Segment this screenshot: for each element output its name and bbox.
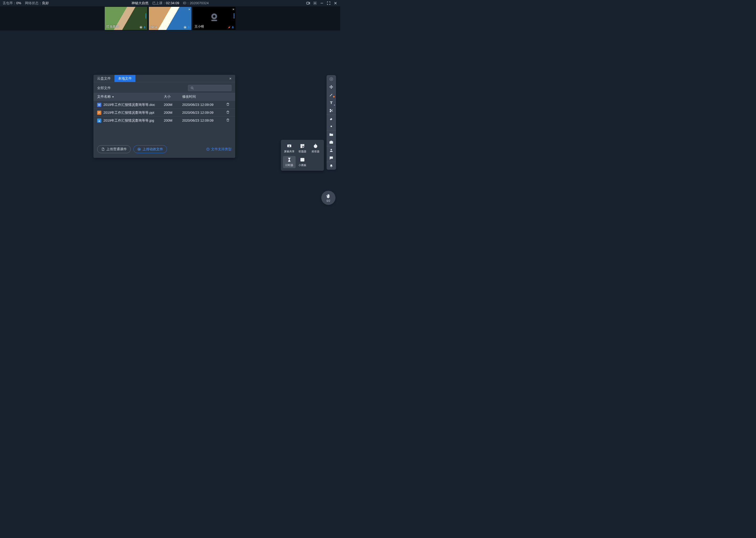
- tool-screen-share[interactable]: 屏幕共享: [283, 142, 296, 154]
- camera-tile[interactable]: × Nina: [149, 7, 191, 30]
- file-name: 2019年工作汇报情况查询等等.doc: [103, 103, 155, 107]
- class-id: ID：2020070324: [183, 1, 209, 6]
- file-type-help-link[interactable]: 文件支持类型: [206, 147, 231, 152]
- svg-point-17: [191, 87, 193, 89]
- svg-point-31: [332, 157, 332, 158]
- network-status: 网络状态：良好: [25, 1, 49, 6]
- svg-point-24: [330, 109, 331, 110]
- camera-off-icon: [209, 11, 220, 23]
- chat-tool[interactable]: [327, 154, 336, 162]
- file-name: 2019年工作汇报情况查询等等.ppt: [103, 111, 154, 115]
- play-circle-icon: [137, 147, 141, 151]
- file-row[interactable]: W2019年工作汇报情况查询等等.doc 200M 2020/06/23 12:…: [93, 101, 235, 108]
- file-scope-label: 全部文件: [97, 86, 185, 90]
- upload-animation-button[interactable]: 上传动效文件: [133, 145, 167, 153]
- teaching-tools-popup: 屏幕共享 答题器 抢答器 计时器 2+3 小黑板: [281, 140, 324, 171]
- upload-normal-button[interactable]: 上传普通课件: [97, 145, 131, 153]
- text-tool[interactable]: [327, 99, 336, 107]
- participant-cameras: 叮当老师 × Nina × 王小明: [0, 6, 340, 30]
- tool-mini-board[interactable]: 2+3 小黑板: [296, 156, 309, 168]
- fullscreen-icon[interactable]: [327, 1, 331, 5]
- scissors-tool[interactable]: [327, 107, 336, 115]
- file-date: 2020/06/23 12:09:09: [182, 119, 224, 123]
- folder-tool[interactable]: [327, 130, 336, 138]
- col-header-date[interactable]: 修改时间: [182, 94, 224, 99]
- svg-text:2+3: 2+3: [301, 159, 304, 161]
- file-search-input[interactable]: [188, 85, 231, 91]
- tool-timer[interactable]: 计时器: [283, 156, 296, 168]
- svg-point-1: [314, 3, 315, 4]
- svg-point-22: [208, 148, 208, 149]
- minimize-icon[interactable]: [320, 1, 324, 5]
- pen-tool[interactable]: [327, 91, 336, 99]
- record-icon[interactable]: [306, 1, 310, 5]
- camera-tile[interactable]: 叮当老师: [105, 7, 147, 30]
- sort-caret-icon: ▼: [112, 96, 114, 98]
- laser-tool[interactable]: [327, 75, 336, 83]
- file-row[interactable]: ▲2019年工作汇报情况查询等等.jpg 200M 2020/06/23 12:…: [93, 116, 235, 124]
- camera-close-icon[interactable]: ×: [188, 7, 190, 11]
- svg-point-23: [331, 79, 332, 80]
- search-icon: [190, 86, 194, 90]
- file-delete-icon[interactable]: [224, 118, 231, 123]
- svg-rect-16: [233, 26, 233, 28]
- file-name: 2019年工作汇报情况查询等等.jpg: [103, 119, 154, 123]
- file-delete-icon[interactable]: [224, 110, 231, 115]
- file-size: 200M: [164, 111, 182, 115]
- svg-point-5: [140, 27, 142, 28]
- whiteboard-toolbar: [327, 75, 336, 170]
- participant-name: 叮当老师: [106, 25, 119, 29]
- svg-point-12: [213, 15, 215, 18]
- hand-count: 0/2: [327, 199, 330, 202]
- eraser-tool[interactable]: [327, 115, 336, 123]
- file-row[interactable]: P2019年工作汇报情况查询等等.ppt 200M 2020/06/23 12:…: [93, 108, 235, 116]
- tab-local-files[interactable]: 本地文件: [115, 75, 135, 82]
- user-tool[interactable]: [327, 146, 336, 154]
- file-date: 2020/06/23 12:09:09: [182, 111, 224, 115]
- class-duration: 已上课：02:34:09: [152, 1, 179, 6]
- document-icon: [101, 147, 105, 151]
- tool-answer[interactable]: 答题器: [296, 142, 309, 154]
- dialog-close-icon[interactable]: ×: [225, 76, 235, 81]
- packet-loss: 丢包率：0%: [3, 1, 21, 6]
- col-header-name[interactable]: 文件名称▼: [97, 94, 164, 99]
- img-file-icon: ▲: [97, 119, 101, 123]
- svg-rect-33: [301, 144, 302, 146]
- file-table-header: 文件名称▼ 大小 修改时间: [93, 93, 235, 101]
- svg-point-29: [330, 157, 331, 158]
- ppt-file-icon: P: [97, 111, 101, 115]
- camera-tile[interactable]: × 王小明: [193, 7, 235, 30]
- top-status-bar: 丢包率：0% 网络状态：良好 神秘大自然 已上课：02:34:09 ID：202…: [0, 0, 340, 6]
- file-date: 2020/06/23 12:09:09: [182, 103, 224, 107]
- svg-point-8: [185, 27, 186, 28]
- settings-icon[interactable]: [313, 1, 317, 5]
- tab-cloud-files[interactable]: 云盘文件: [93, 75, 115, 82]
- svg-line-15: [228, 26, 230, 28]
- participant-name: 王小明: [195, 25, 204, 29]
- tool-responder[interactable]: 抢答器: [309, 142, 322, 154]
- svg-point-30: [331, 157, 332, 158]
- svg-point-25: [330, 111, 331, 112]
- svg-rect-34: [303, 144, 304, 146]
- participant-name: Nina: [150, 25, 157, 29]
- close-icon[interactable]: [333, 1, 338, 5]
- info-icon: [206, 147, 210, 151]
- svg-rect-10: [188, 26, 189, 28]
- hand-icon: [326, 193, 331, 199]
- svg-rect-0: [307, 2, 309, 4]
- col-header-size[interactable]: 大小: [164, 94, 182, 99]
- file-size: 200M: [164, 119, 182, 123]
- file-delete-icon[interactable]: [224, 102, 231, 107]
- svg-rect-7: [144, 26, 145, 28]
- move-tool[interactable]: [327, 83, 336, 91]
- doc-file-icon: W: [97, 103, 101, 107]
- svg-point-28: [330, 149, 332, 150]
- svg-rect-35: [301, 146, 302, 148]
- hand-raise-button[interactable]: 0/2: [321, 191, 336, 205]
- svg-rect-13: [211, 20, 217, 21]
- toolbox-tool[interactable]: [327, 138, 336, 146]
- color-tool[interactable]: [327, 123, 336, 130]
- bell-tool[interactable]: [327, 162, 336, 170]
- camera-close-icon[interactable]: ×: [232, 7, 234, 11]
- course-title: 神秘大自然: [131, 1, 149, 6]
